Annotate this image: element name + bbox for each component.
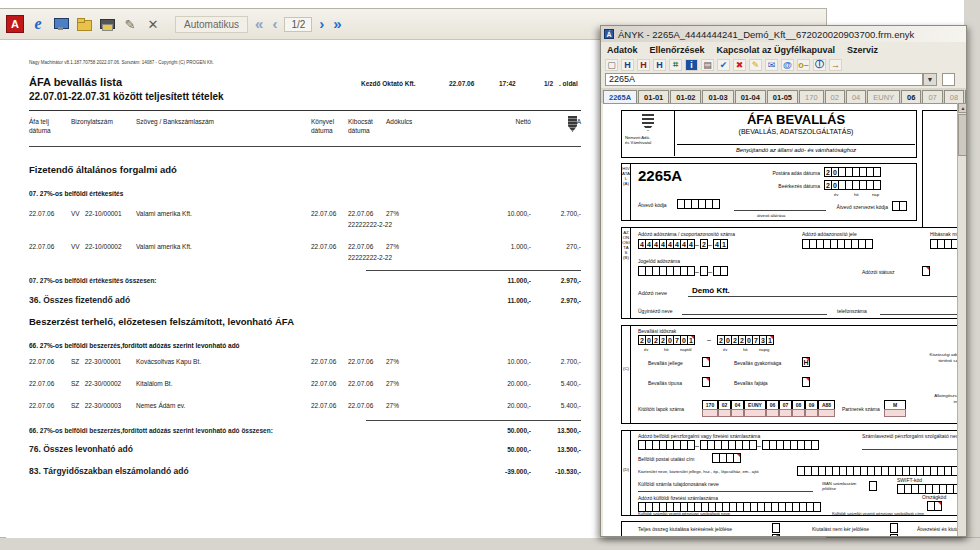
- exit-icon[interactable]: →: [829, 59, 842, 71]
- country-label: Országkód: [922, 494, 946, 500]
- scroll-up-icon[interactable]: ▲: [958, 103, 967, 113]
- freq-field[interactable]: H: [802, 357, 809, 367]
- tab-07[interactable]: 07: [922, 90, 942, 103]
- menu-adatok[interactable]: Adatok: [607, 45, 638, 55]
- receiver-code-field[interactable]: [677, 199, 719, 209]
- open-form-icon[interactable]: H: [621, 59, 634, 71]
- taxid-field[interactable]: [802, 239, 872, 249]
- last-page-button[interactable]: »: [331, 16, 343, 32]
- period-to-field[interactable]: 20220731: [717, 335, 773, 345]
- iban-field[interactable]: [869, 481, 876, 491]
- taxno-field[interactable]: 44444444–2–41: [638, 239, 727, 249]
- swift-field[interactable]: [897, 484, 957, 494]
- html-export-icon[interactable]: e: [29, 15, 47, 33]
- note-icon[interactable]: ✎: [749, 59, 762, 71]
- kind-field[interactable]: [702, 377, 709, 387]
- tab-08[interactable]: 08: [944, 90, 964, 103]
- tab-01-03[interactable]: 01-03: [702, 90, 733, 103]
- print-icon[interactable]: [98, 15, 116, 33]
- form-scrollbar[interactable]: ▲: [957, 103, 967, 537]
- no-payout-field[interactable]: [890, 523, 897, 533]
- full-payout-field[interactable]: [772, 523, 779, 533]
- pdf-export-icon[interactable]: A: [6, 15, 24, 33]
- pages-col-170[interactable]: 170: [702, 400, 718, 417]
- sort-field[interactable]: [802, 377, 809, 387]
- info-icon[interactable]: ⓘ: [813, 59, 826, 71]
- tab-01-05[interactable]: 01-05: [767, 90, 798, 103]
- menu-kapcsolat-ugyfelkapu[interactable]: Kapcsolat az Ügyfélkapuval: [717, 45, 836, 55]
- barcode-box: vonalkód h: [922, 110, 957, 232]
- next-page-button[interactable]: ›: [317, 16, 326, 32]
- form-subtitle: (BEVALLÁS, ADATSZOLGÁLTATÁS): [677, 128, 915, 135]
- page-indicator[interactable]: 1/2: [284, 17, 312, 32]
- combo-extra-button[interactable]: [942, 73, 955, 86]
- tab-02[interactable]: 02: [825, 90, 845, 103]
- pages-col-04[interactable]: 04: [731, 400, 744, 417]
- bank-name-label: Számlavezető pénzforgalmi szolgáltató ne…: [862, 433, 957, 439]
- pages-col-06[interactable]: 06: [766, 400, 779, 417]
- pages-col-A88[interactable]: A88: [818, 400, 835, 417]
- pages-col-EUNY[interactable]: EUNY: [744, 400, 766, 417]
- tab-09[interactable]: 09: [965, 90, 967, 103]
- postal-field[interactable]: [712, 453, 740, 463]
- print-icon[interactable]: ▤: [701, 59, 714, 71]
- tab-06[interactable]: 06: [901, 90, 921, 103]
- tab-2265A[interactable]: 2265A: [603, 90, 637, 103]
- prev-page-button[interactable]: ‹: [270, 16, 279, 32]
- receiver-org-field[interactable]: [892, 201, 906, 211]
- table-row: 22.07.06: [29, 380, 54, 387]
- attachment-icon[interactable]: @: [781, 59, 794, 71]
- message-icon[interactable]: ✉: [765, 59, 778, 71]
- import-data-icon[interactable]: ⌗: [669, 59, 682, 71]
- first-page-button[interactable]: «: [253, 16, 265, 32]
- tab-01-04[interactable]: 01-04: [735, 90, 766, 103]
- post-date-field[interactable]: 20: [824, 167, 880, 177]
- tab-EUNY[interactable]: EUNY: [867, 90, 900, 103]
- arrive-date-field[interactable]: 20: [824, 180, 880, 190]
- combo-dropdown-icon[interactable]: ▼: [923, 73, 937, 86]
- period-from-field[interactable]: 20220701: [638, 335, 694, 345]
- save-as-icon[interactable]: H: [653, 59, 666, 71]
- faulty-barcode-field[interactable]: [930, 239, 957, 249]
- tab-170[interactable]: 170: [799, 90, 824, 103]
- anyk-title-bar[interactable]: Á ÁNYK - 2265A_4444444241_Demó_Kft__6720…: [601, 26, 966, 42]
- pages-col-07[interactable]: 07: [779, 400, 792, 417]
- tab-01-01[interactable]: 01-01: [638, 90, 669, 103]
- menu-szerviz[interactable]: Szerviz: [847, 45, 878, 55]
- col-header-kibocsat2: dátuma: [348, 127, 370, 134]
- screen-view-icon[interactable]: [52, 15, 70, 33]
- taxpayer-name-value[interactable]: Demó Kft.: [692, 286, 730, 295]
- reclaim-code-field[interactable]: [772, 534, 779, 537]
- subtotal-66: 66. 27%-os belföldi beszerzés,fordított …: [29, 427, 273, 434]
- status-field[interactable]: [922, 266, 929, 276]
- check-icon[interactable]: ✔: [717, 59, 730, 71]
- pages-col-02[interactable]: 02: [718, 400, 731, 417]
- public-field[interactable]: [890, 534, 897, 537]
- predecessor-field[interactable]: ––: [638, 266, 727, 276]
- edit-icon[interactable]: ✎: [121, 15, 139, 33]
- type-field[interactable]: [702, 357, 709, 367]
- delete-icon[interactable]: ✖: [733, 59, 746, 71]
- section-d-box: (D) Adózó belföldi pénzforgalmi vagy fiz…: [621, 430, 957, 516]
- tools-icon[interactable]: ✕: [144, 15, 162, 33]
- tab-01-02[interactable]: 01-02: [670, 90, 701, 103]
- save-form-icon[interactable]: H: [637, 59, 650, 71]
- key-icon[interactable]: o–: [797, 59, 810, 71]
- pages-col-09[interactable]: 09: [805, 400, 818, 417]
- tab-04[interactable]: 04: [846, 90, 866, 103]
- form-title: ÁFA BEVALLÁS: [677, 112, 915, 127]
- country-field[interactable]: [927, 501, 941, 511]
- menu-ellenorzesek[interactable]: Ellenőrzések: [650, 45, 705, 55]
- field-selector-input[interactable]: 2265A: [605, 73, 923, 86]
- receiver-sign-caption: átvevő aláírása: [757, 213, 785, 218]
- open-folder-icon[interactable]: [75, 15, 93, 33]
- pages-col-08[interactable]: 08: [792, 400, 805, 417]
- domestic-account-field[interactable]: ––: [638, 440, 818, 450]
- street-field[interactable]: [797, 466, 957, 476]
- form-info-icon[interactable]: i: [685, 59, 698, 71]
- period-label: Bevallási időszak: [638, 328, 676, 334]
- zoom-mode-select[interactable]: Automatikus: [175, 16, 248, 33]
- scrollbar-thumb[interactable]: [958, 114, 967, 156]
- new-form-icon[interactable]: ▢: [605, 59, 618, 71]
- swift-label: SWIFT-kód: [897, 477, 922, 483]
